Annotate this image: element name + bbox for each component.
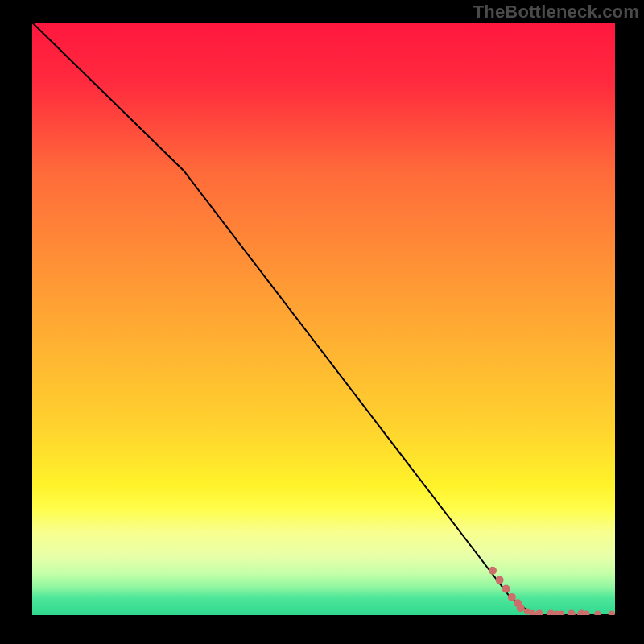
gradient-background — [32, 23, 615, 615]
chart-container: TheBottleneck.com — [0, 0, 644, 644]
watermark-text: TheBottleneck.com — [473, 2, 639, 23]
svg-rect-0 — [32, 23, 615, 615]
plot-area — [32, 23, 615, 615]
